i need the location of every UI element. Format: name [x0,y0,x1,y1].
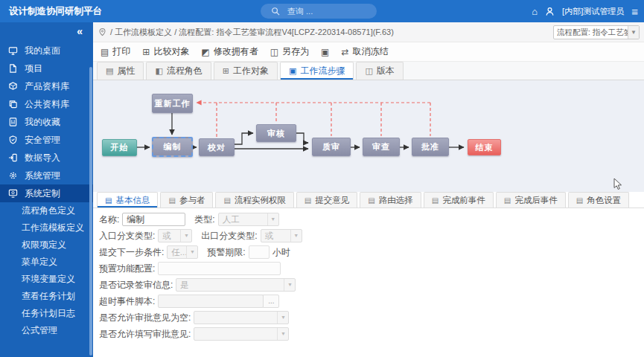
type-select[interactable]: 人工▼ [218,213,279,226]
timeout-script-input[interactable] [158,295,264,308]
record-sign-select[interactable]: 是▼ [176,278,296,292]
tab-instance-permissions[interactable]: ▤流程实例权限 [215,192,293,208]
mouse-cursor [613,178,622,190]
chevron-down-icon: ▼ [290,230,302,242]
branch-out-select[interactable]: 或▼ [261,229,302,242]
node-rework[interactable]: 重新工作 [152,94,193,113]
flow-config-select[interactable]: 流程配置: 指令工艺签审... ▼ [553,25,640,39]
sidebar-item-label: 系统管理 [25,170,60,182]
tab-role-settings[interactable]: ▤角色设置 [568,192,629,208]
save-as-icon: ◫ [270,47,278,57]
node-quality-review[interactable]: 质审 [312,138,351,156]
app-title: 设计制造协同研制平台 [9,5,102,18]
doc-icon: ▤ [305,196,311,205]
workflow-canvas[interactable]: 开始 重新工作 编制 校对 审核 质审 审查 批准 结束 [93,80,644,192]
detail-panel: ▤基本信息 ▤参与者 ▤流程实例权限 ▤提交意见 ▤路由选择 ▤完成前事件 ▤完… [93,192,644,357]
print-button[interactable]: ▤打印 [101,45,130,58]
sidebar-item-system-custom[interactable]: 系统定制 [0,184,93,202]
preset-input[interactable] [158,262,281,275]
sidebar-item-system-admin[interactable]: 系统管理 [0,167,93,184]
tab-workflow-steps[interactable]: ▣工作流步骤 [280,62,354,80]
node-approve[interactable]: 批准 [412,138,449,156]
warning-input[interactable] [249,245,270,259]
node-end[interactable]: 结束 [468,139,501,155]
sidebar-subitem-formula[interactable]: 公式管理 [0,322,93,339]
location-pin-icon [98,28,106,36]
home-icon[interactable]: ⌂ [532,7,538,16]
tab-flow-roles[interactable]: ◧流程角色 [146,62,211,80]
sidebar-subitem-workflow-template[interactable]: 工作流模板定义 [0,219,93,237]
file-button[interactable]: ▣ [321,47,329,57]
doc-icon: ▤ [504,196,511,205]
branch-in-select[interactable]: 或▼ [158,229,192,242]
sidebar-item-favorites[interactable]: 我的收藏 [0,113,93,131]
node-draft-selected[interactable]: 编制 [152,137,193,157]
sidebar-subitem-flow-role[interactable]: 流程角色定义 [0,202,93,219]
tab-basic-info[interactable]: ▤基本信息 [97,192,158,208]
sidebar-item-product-library[interactable]: 产品资料库 [0,77,93,95]
desktop-icon [8,45,18,56]
project-icon [8,63,18,74]
node-proofread[interactable]: 校对 [199,138,235,156]
tab-post-complete-events[interactable]: ▤完成后事件 [496,192,566,208]
tab-submit-opinion[interactable]: ▤提交意见 [296,192,357,208]
sidebar-item-label: 数据导入 [25,152,60,164]
sidebar-item-desktop[interactable]: 我的桌面 [0,42,93,60]
detail-tabstrip: ▤基本信息 ▤参与者 ▤流程实例权限 ▤提交意见 ▤路由选择 ▤完成前事件 ▤完… [93,192,644,208]
allow-empty-select[interactable]: ▼ [194,311,289,324]
timeout-script-label: 超时事件脚本: [99,295,155,308]
unfreeze-button[interactable]: ⇄取消冻结 [341,45,388,58]
sidebar-item-data-import[interactable]: 数据导入 [0,149,93,167]
sidebar-scrollbar[interactable] [89,67,92,356]
allow-write-select[interactable]: ▼ [194,327,289,341]
sidebar-item-label: 项目 [25,62,42,75]
next-condition-select[interactable]: 任...▼ [167,245,198,259]
sidebar-subitem-env-variable[interactable]: 环境变量定义 [0,271,93,288]
chevron-down-icon: ▼ [277,328,288,340]
tab-properties[interactable]: ▤属性 [97,62,144,80]
sidebar-item-security[interactable]: 安全管理 [0,131,93,149]
save-as-button[interactable]: ◫另存为 [270,45,309,58]
current-user[interactable]: [内部]测试管理员 [562,6,624,17]
breadcrumb-bar: / 工作流模板定义 / 流程配置: 指令工艺签审流程V4[LCPZ-220314… [93,22,644,42]
allow-empty-label: 是否允许审批意见为空: [99,312,191,324]
tab-work-objects[interactable]: ⊞工作对象 [214,62,278,80]
sidebar-item-project[interactable]: 项目 [0,60,93,77]
flow-config-select-value: 流程配置: 指令工艺签审... [554,28,628,38]
sidebar-subitem-menu[interactable]: 菜单定义 [0,254,93,271]
warning-label: 预警期限: [207,246,245,259]
toolbar: ▤打印 ⊞比较对象 ◩修改拥有者 ◫另存为 ▣ ⇄取消冻结 [93,42,644,62]
breadcrumb: / 工作流模板定义 / 流程配置: 指令工艺签审流程V4[LCPZ-220314… [110,27,394,38]
warning-unit: 小时 [272,246,290,259]
folder-icon: ▣ [289,66,296,76]
search-input[interactable]: 查询 ... [261,4,377,19]
tab-versions[interactable]: ◫版本 [356,62,403,80]
node-review[interactable]: 审核 [256,124,296,142]
node-start[interactable]: 开始 [102,139,137,156]
sidebar-subitem-permission[interactable]: 权限项定义 [0,237,93,254]
compare-icon: ⊞ [142,47,150,57]
node-examine[interactable]: 审查 [363,138,400,156]
tab-route-selection[interactable]: ▤路由选择 [360,192,421,208]
sidebar-item-public-library[interactable]: 公共资料库 [0,95,93,113]
compare-object-button[interactable]: ⊞比较对象 [142,45,189,58]
tab-pre-complete-events[interactable]: ▤完成前事件 [424,192,494,208]
preset-label: 预置功能配置: [99,263,155,275]
branch-out-label: 出口分支类型: [201,230,257,242]
menu-icon[interactable]: ≡ [631,6,638,17]
object-tabstrip: ▤属性 ◧流程角色 ⊞工作对象 ▣工作流步骤 ◫版本 [93,62,644,80]
doc-icon: ▤ [432,196,439,205]
branch-in-label: 入口分支类型: [99,230,155,242]
search-placeholder: 查询 ... [287,6,313,17]
sidebar-item-label: 系统定制 [25,187,60,200]
timeout-script-browse-button[interactable]: ... [263,295,279,308]
change-owner-button[interactable]: ◩修改拥有者 [201,45,258,58]
sidebar-subitem-view-task-plan[interactable]: 查看任务计划 [0,288,93,305]
user-icon[interactable] [545,7,555,16]
copy-icon [8,99,18,109]
sidebar-subitem-task-plan-log[interactable]: 任务计划日志 [0,305,93,322]
sidebar-collapse-button[interactable]: « [0,22,93,42]
name-input[interactable] [122,213,185,226]
chevron-down-icon: ▼ [186,246,197,258]
tab-participants[interactable]: ▤参与者 [160,192,213,208]
